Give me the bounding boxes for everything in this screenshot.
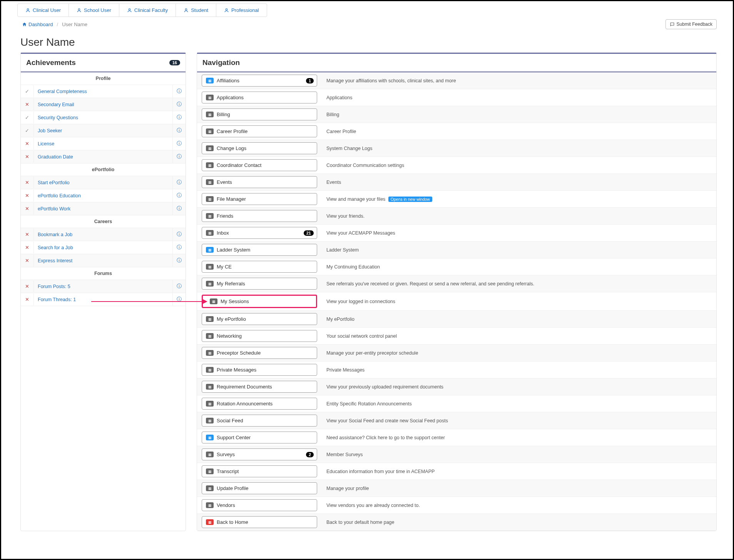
achievement-row: ✓General Completenessⓘ (21, 85, 186, 98)
nav-button-networking[interactable]: ▦Networking (202, 330, 317, 342)
status-icon: ✓ (21, 112, 34, 123)
nav-button-label: Inbox (217, 230, 229, 236)
nav-button-rotation-announcements[interactable]: ▦Rotation Announcements (202, 398, 317, 410)
nav-button-social-feed[interactable]: ▦Social Feed (202, 415, 317, 427)
info-icon[interactable]: ⓘ (172, 202, 186, 215)
tab-clinical-faculty[interactable]: Clinical Faculty (119, 4, 176, 17)
achievement-link[interactable]: General Completeness (34, 86, 172, 97)
info-icon[interactable]: ⓘ (172, 241, 186, 254)
nav-button-change-logs[interactable]: ▦Change Logs (202, 142, 317, 154)
nav-button-career-profile[interactable]: ▦Career Profile (202, 125, 317, 137)
nav-row: ▦Social FeedView your Social Feed and cr… (197, 412, 716, 429)
achievement-link[interactable]: License (34, 138, 172, 150)
achievement-section-label: Forums (21, 267, 186, 280)
nav-button-applications[interactable]: ▦Applications (202, 92, 317, 103)
info-icon[interactable]: ⓘ (172, 111, 186, 124)
nav-button-update-profile[interactable]: ▦Update Profile (202, 482, 317, 494)
achievement-row: ✕Search for a Jobⓘ (21, 241, 186, 254)
achievement-link[interactable]: Search for a Job (34, 242, 172, 253)
tab-professional[interactable]: Professional (216, 4, 267, 17)
info-icon[interactable]: ⓘ (172, 124, 186, 137)
info-icon[interactable]: ⓘ (172, 228, 186, 241)
info-icon[interactable]: ⓘ (172, 85, 186, 98)
nav-button-label: Support Center (217, 435, 251, 440)
tab-label: Clinical Faculty (134, 7, 168, 13)
nav-button-label: Career Profile (217, 128, 247, 134)
achievement-link[interactable]: Secondary Email (34, 99, 172, 110)
status-icon: ✕ (21, 242, 34, 253)
nav-button-vendors[interactable]: ▦Vendors (202, 499, 317, 511)
achievement-link[interactable]: ePortfolio Education (34, 190, 172, 202)
nav-row: ▦NetworkingYour social network control p… (197, 328, 716, 345)
nav-button-affiliations[interactable]: ▦Affiliations1 (202, 75, 317, 87)
nav-button-my-eportfolio[interactable]: ▦My ePortfolio (202, 313, 317, 325)
achievement-link[interactable]: Job Seeker (34, 125, 172, 137)
nav-button-billing[interactable]: ▦Billing (202, 108, 317, 120)
info-icon[interactable]: ⓘ (172, 137, 186, 150)
achievement-row: ✕ePortfolio Workⓘ (21, 202, 186, 215)
breadcrumb-home[interactable]: Dashboard (22, 22, 53, 27)
achievement-link[interactable]: Forum Posts: 5 (34, 281, 172, 292)
nav-button-icon: ▦ (206, 435, 214, 440)
nav-badge: 1 (306, 78, 314, 83)
nav-button-icon: ▦ (206, 401, 214, 407)
nav-button-my-referrals[interactable]: ▦My Referrals (202, 278, 317, 290)
info-icon[interactable]: ⓘ (172, 189, 186, 202)
chat-icon (670, 22, 675, 27)
achievement-link[interactable]: Bookmark a Job (34, 229, 172, 240)
tab-clinical-user[interactable]: Clinical User (18, 4, 69, 17)
status-icon: ✕ (21, 151, 34, 163)
nav-button-file-manager[interactable]: ▦File Manager (202, 193, 317, 205)
nav-button-requirement-documents[interactable]: ▦Requirement Documents (202, 381, 317, 393)
person-icon (77, 8, 82, 13)
nav-description: Billing (326, 112, 339, 117)
nav-button-icon: ▦ (210, 298, 217, 304)
nav-button-back-to-home[interactable]: ▦Back to Home (202, 516, 317, 528)
nav-description: Private Messages (326, 367, 364, 373)
nav-description: Manage your affiliations with schools, c… (326, 78, 456, 83)
info-icon[interactable]: ⓘ (172, 150, 186, 163)
achievement-link[interactable]: Graduation Date (34, 151, 172, 163)
status-icon: ✓ (21, 125, 34, 137)
nav-button-inbox[interactable]: ▦Inbox21 (202, 227, 317, 239)
info-icon[interactable]: ⓘ (172, 98, 186, 111)
info-icon[interactable]: ⓘ (172, 254, 186, 267)
nav-button-transcript[interactable]: ▦Transcript (202, 465, 317, 477)
achievement-link[interactable]: Forum Threads: 1 (34, 294, 172, 305)
achievement-row: ✕ePortfolio Educationⓘ (21, 189, 186, 202)
tab-student[interactable]: Student (176, 4, 216, 17)
nav-button-private-messages[interactable]: ▦Private Messages (202, 364, 317, 376)
nav-description: View your ACEMAPP Messages (326, 230, 395, 236)
tab-label: Professional (231, 7, 259, 13)
nav-button-icon: ▦ (206, 519, 214, 525)
nav-button-my-ce[interactable]: ▦My CE (202, 261, 317, 273)
submit-feedback-button[interactable]: Submit Feedback (665, 19, 717, 29)
nav-description: System Change Logs (326, 146, 373, 151)
nav-button-friends[interactable]: ▦Friends (202, 210, 317, 222)
nav-button-label: My CE (217, 264, 232, 270)
page-title: User Name (20, 36, 731, 48)
nav-button-events[interactable]: ▦Events (202, 176, 317, 188)
tab-school-user[interactable]: School User (69, 4, 119, 17)
achievement-link[interactable]: Start ePortfolio (34, 177, 172, 188)
nav-button-ladder-system[interactable]: ▦Ladder System (202, 244, 317, 256)
info-icon[interactable]: ⓘ (172, 293, 186, 306)
person-icon (184, 8, 189, 13)
achievement-link[interactable]: Security Questions (34, 112, 172, 123)
nav-description: My ePortfolio (326, 317, 354, 322)
achievement-link[interactable]: ePortfolio Work (34, 203, 172, 215)
info-icon[interactable]: ⓘ (172, 176, 186, 189)
info-icon[interactable]: ⓘ (172, 280, 186, 293)
nav-description: Entity Specific Rotation Announcements (326, 401, 412, 407)
nav-button-preceptor-schedule[interactable]: ▦Preceptor Schedule (202, 347, 317, 359)
achievement-link[interactable]: Express Interest (34, 255, 172, 267)
achievement-section-label: Profile (21, 72, 186, 85)
nav-button-coordinator-contact[interactable]: ▦Coordinator Contact (202, 159, 317, 171)
nav-button-icon: ▦ (206, 112, 214, 117)
tab-label: School User (84, 7, 111, 13)
nav-row: ▦BillingBilling (197, 106, 716, 123)
nav-button-my-sessions[interactable]: ▦My Sessions (202, 295, 317, 308)
nav-button-surveys[interactable]: ▦Surveys2 (202, 448, 317, 460)
achievement-row: ✕Start ePortfolioⓘ (21, 176, 186, 189)
nav-button-support-center[interactable]: ▦Support Center (202, 432, 317, 443)
